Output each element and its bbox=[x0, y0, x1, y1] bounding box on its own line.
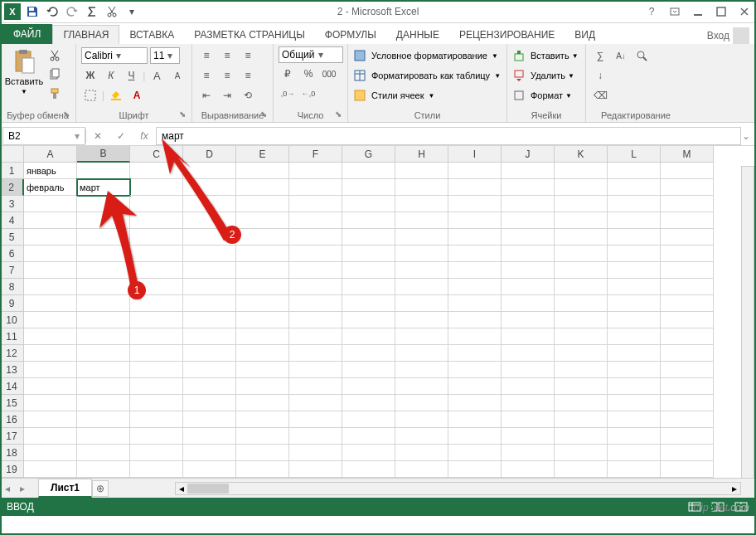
cell[interactable] bbox=[555, 461, 608, 478]
cell[interactable] bbox=[502, 163, 555, 179]
name-box[interactable]: B2▾ bbox=[2, 127, 85, 145]
cell[interactable] bbox=[342, 179, 395, 196]
cell[interactable] bbox=[448, 163, 502, 179]
cell[interactable] bbox=[555, 212, 608, 229]
cell[interactable] bbox=[502, 229, 555, 246]
col-header[interactable]: H bbox=[395, 146, 448, 163]
cell[interactable] bbox=[395, 246, 448, 262]
cell[interactable] bbox=[502, 345, 555, 362]
clipboard-launcher-icon[interactable]: ⬊ bbox=[63, 109, 73, 119]
cell[interactable] bbox=[395, 428, 448, 445]
cell[interactable] bbox=[289, 328, 342, 345]
cell[interactable] bbox=[130, 461, 183, 478]
cell[interactable] bbox=[395, 295, 448, 312]
cell[interactable] bbox=[130, 312, 183, 328]
cell[interactable] bbox=[661, 395, 714, 411]
sort-icon[interactable]: A↓ bbox=[612, 46, 630, 65]
cell[interactable]: февраль bbox=[24, 179, 77, 196]
col-header[interactable]: I bbox=[448, 146, 502, 163]
grow-font-button[interactable]: A bbox=[148, 66, 166, 85]
cell[interactable] bbox=[77, 246, 130, 262]
row-header[interactable]: 18 bbox=[0, 445, 24, 461]
maximize-icon[interactable] bbox=[710, 2, 733, 21]
cell[interactable] bbox=[342, 279, 395, 295]
cell[interactable] bbox=[289, 246, 342, 262]
cell[interactable] bbox=[236, 229, 289, 246]
enter-edit-icon[interactable]: ✓ bbox=[109, 127, 133, 145]
cell[interactable] bbox=[342, 246, 395, 262]
cell[interactable] bbox=[448, 229, 502, 246]
help-icon[interactable]: ? bbox=[640, 2, 663, 21]
cell[interactable] bbox=[24, 196, 77, 212]
cell[interactable] bbox=[448, 395, 502, 411]
cell[interactable] bbox=[342, 395, 395, 411]
redo-icon[interactable] bbox=[63, 2, 81, 21]
row-header[interactable]: 19 bbox=[0, 461, 24, 478]
cell[interactable] bbox=[448, 345, 502, 362]
tab-view[interactable]: ВИД bbox=[565, 26, 605, 44]
cell[interactable] bbox=[342, 229, 395, 246]
tab-review[interactable]: РЕЦЕНЗИРОВАНИЕ bbox=[449, 26, 565, 44]
cell[interactable] bbox=[289, 163, 342, 179]
cell[interactable] bbox=[183, 262, 236, 279]
cell[interactable] bbox=[502, 295, 555, 312]
row-header[interactable]: 9 bbox=[0, 295, 24, 312]
cell[interactable] bbox=[342, 362, 395, 378]
cell[interactable]: март bbox=[77, 179, 130, 196]
cell[interactable] bbox=[395, 262, 448, 279]
cell[interactable] bbox=[502, 179, 555, 196]
cell[interactable] bbox=[661, 163, 714, 179]
format-table-button[interactable]: Форматировать как таблицу▼ bbox=[353, 66, 502, 85]
cell[interactable] bbox=[395, 229, 448, 246]
cell[interactable] bbox=[342, 312, 395, 328]
cut-button[interactable] bbox=[46, 46, 64, 65]
cell[interactable] bbox=[608, 411, 661, 428]
cell[interactable] bbox=[289, 212, 342, 229]
add-sheet-icon[interactable]: ⊕ bbox=[92, 480, 109, 497]
cell[interactable] bbox=[448, 179, 502, 196]
row-header[interactable]: 11 bbox=[0, 328, 24, 345]
cell[interactable] bbox=[289, 312, 342, 328]
cell[interactable] bbox=[342, 411, 395, 428]
cell[interactable] bbox=[661, 428, 714, 445]
cell[interactable] bbox=[395, 411, 448, 428]
format-painter-button[interactable] bbox=[46, 85, 64, 103]
row-header[interactable]: 6 bbox=[0, 246, 24, 262]
cell[interactable] bbox=[236, 212, 289, 229]
cell[interactable] bbox=[183, 411, 236, 428]
cell[interactable] bbox=[395, 196, 448, 212]
cell[interactable] bbox=[289, 295, 342, 312]
cell[interactable] bbox=[502, 445, 555, 461]
cell[interactable] bbox=[608, 279, 661, 295]
align-left-icon[interactable]: ≡ bbox=[197, 66, 216, 85]
cell[interactable] bbox=[236, 395, 289, 411]
increase-indent-icon[interactable]: ⇥ bbox=[218, 86, 236, 105]
cell[interactable] bbox=[236, 163, 289, 179]
cell[interactable] bbox=[130, 229, 183, 246]
number-launcher-icon[interactable]: ⬊ bbox=[335, 109, 345, 119]
cell[interactable] bbox=[448, 312, 502, 328]
cell[interactable] bbox=[502, 461, 555, 478]
minimize-icon[interactable] bbox=[686, 2, 710, 21]
cell[interactable] bbox=[342, 196, 395, 212]
col-header[interactable]: K bbox=[555, 146, 608, 163]
autosum-icon[interactable]: ∑ bbox=[591, 46, 609, 65]
cell[interactable] bbox=[395, 461, 448, 478]
cell[interactable] bbox=[502, 246, 555, 262]
comma-icon[interactable]: 000 bbox=[320, 65, 338, 83]
row-header[interactable]: 12 bbox=[0, 345, 24, 362]
login-link[interactable]: Вход bbox=[707, 30, 729, 41]
cell[interactable] bbox=[395, 312, 448, 328]
row-header[interactable]: 15 bbox=[0, 395, 24, 411]
cell[interactable] bbox=[77, 428, 130, 445]
cell[interactable] bbox=[448, 461, 502, 478]
cell[interactable] bbox=[448, 279, 502, 295]
cell[interactable] bbox=[395, 395, 448, 411]
row-header[interactable]: 16 bbox=[0, 411, 24, 428]
cell[interactable] bbox=[555, 428, 608, 445]
cell[interactable] bbox=[130, 295, 183, 312]
cell[interactable] bbox=[342, 461, 395, 478]
col-header[interactable]: D bbox=[183, 146, 236, 163]
cell[interactable] bbox=[608, 295, 661, 312]
cell[interactable] bbox=[183, 328, 236, 345]
